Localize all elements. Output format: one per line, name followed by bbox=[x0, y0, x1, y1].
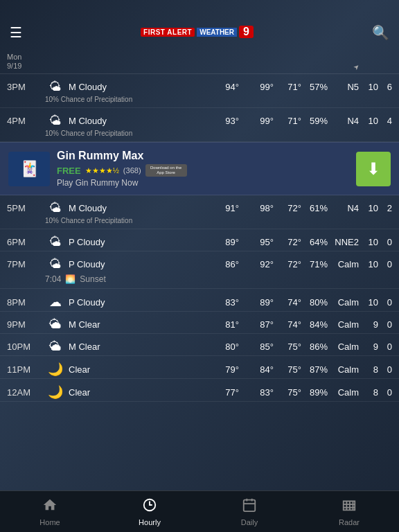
row-time: 10PM bbox=[7, 342, 45, 352]
row-uv: 0 bbox=[378, 237, 392, 247]
weather-icon: 🌤 bbox=[45, 80, 66, 94]
daily-icon bbox=[242, 497, 257, 513]
daily-tab-label: Daily bbox=[241, 518, 258, 526]
logo-first-alert: FIRST ALERT bbox=[141, 28, 195, 37]
row-wind: N4 bbox=[328, 116, 359, 126]
row-dew: 71° bbox=[274, 82, 301, 92]
weather-row: 5PM 🌤 M Cloudy 91° 98° 72° 61% N4 10 2 1… bbox=[0, 195, 399, 229]
row-main: 7PM 🌤 P Cloudy 86° 92° 72° 71% Calm 10 0 bbox=[7, 251, 392, 273]
row-main: 10PM 🌥 M Clear 80° 85° 75° 86% Calm 9 0 bbox=[7, 334, 392, 355]
weather-icon: 🌙 bbox=[45, 362, 66, 377]
row-wind: Calm bbox=[328, 259, 359, 269]
row-time: 5PM bbox=[7, 203, 45, 213]
radar-icon bbox=[342, 497, 357, 513]
row-uv: 0 bbox=[378, 387, 392, 398]
row-time: 7PM bbox=[7, 259, 45, 269]
logo-weather: WEATHER bbox=[197, 28, 237, 37]
row-time: 8PM bbox=[7, 297, 45, 308]
ad-meta: FREE ★★★★½ (368) Download on theApp Stor… bbox=[57, 164, 349, 177]
row-condition: P Cloudy bbox=[66, 259, 211, 269]
ad-rating: (368) bbox=[123, 166, 141, 175]
row-wind: Calm bbox=[328, 342, 359, 352]
search-icon[interactable]: 🔍 bbox=[372, 24, 389, 41]
row-feels: 85° bbox=[239, 342, 274, 352]
row-humidity: 57% bbox=[301, 82, 328, 92]
row-feels: 99° bbox=[239, 116, 274, 126]
row-dew: 74° bbox=[274, 319, 301, 330]
tab-home[interactable]: Home bbox=[0, 491, 100, 532]
row-uv: 2 bbox=[378, 203, 392, 213]
sunset-label: Sunset bbox=[80, 274, 105, 284]
row-time: 3PM bbox=[7, 82, 45, 92]
menu-icon[interactable]: ☰ bbox=[10, 24, 22, 41]
row-visibility: 10 bbox=[359, 259, 378, 269]
ad-stars: ★★★★½ bbox=[85, 166, 119, 175]
logo: FIRST ALERT WEATHER 9 bbox=[141, 26, 254, 39]
row-visibility: 10 bbox=[359, 82, 378, 92]
row-main: 9PM 🌥 M Clear 81° 87° 74° 84% Calm 9 0 bbox=[7, 312, 392, 333]
sunset-row: 7:04 🌅 Sunset bbox=[7, 273, 392, 288]
row-feels: 83° bbox=[239, 387, 274, 398]
weather-icon: 🌙 bbox=[45, 384, 66, 400]
row-dew: 74° bbox=[274, 297, 301, 308]
row-dew: 75° bbox=[274, 387, 301, 398]
row-time: 4PM bbox=[7, 116, 45, 126]
row-feels: 98° bbox=[239, 203, 274, 213]
row-condition: Clear bbox=[66, 364, 211, 375]
row-humidity: 89% bbox=[301, 387, 328, 398]
ad-cta: Play Gin Rummy Now bbox=[57, 178, 349, 188]
sunset-icon: 🌅 bbox=[65, 274, 76, 284]
row-humidity: 59% bbox=[301, 116, 328, 126]
wind-arrow-icon: ➤ bbox=[351, 62, 360, 71]
weather-icon: 🌤 bbox=[45, 235, 66, 249]
hourly-tab-label: Hourly bbox=[139, 518, 161, 526]
tab-daily[interactable]: Daily bbox=[200, 491, 299, 532]
row-uv: 0 bbox=[378, 342, 392, 352]
row-uv: 0 bbox=[378, 319, 392, 330]
row-condition: M Cloudy bbox=[66, 116, 211, 126]
row-main: 11PM 🌙 Clear 79° 84° 75° 87% Calm 8 0 bbox=[7, 356, 392, 378]
row-wind: Calm bbox=[328, 387, 359, 398]
home-icon bbox=[42, 497, 57, 513]
row-visibility: 8 bbox=[359, 364, 378, 375]
row-visibility: 9 bbox=[359, 319, 378, 330]
weather-row: 3PM 🌤 M Cloudy 94° 99° 71° 57% N5 10 6 1… bbox=[0, 74, 399, 108]
home-tab-label: Home bbox=[39, 518, 60, 526]
row-time: 9PM bbox=[7, 319, 45, 330]
row-temp: 83° bbox=[211, 297, 239, 308]
row-dew: 75° bbox=[274, 364, 301, 375]
app-store-badge[interactable]: Download on theApp Store bbox=[145, 164, 187, 177]
tab-bar: Home Hourly Daily Radar bbox=[0, 490, 399, 532]
row-temp: 79° bbox=[211, 364, 239, 375]
row-feels: 99° bbox=[239, 82, 274, 92]
status-bar bbox=[0, 0, 399, 15]
row-feels: 89° bbox=[239, 297, 274, 308]
row-uv: 0 bbox=[378, 259, 392, 269]
weather-row: 7PM 🌤 P Cloudy 86° 92° 72° 71% Calm 10 0… bbox=[0, 251, 399, 289]
weather-row: 6PM 🌤 P Cloudy 89° 95° 72° 64% NNE2 10 0 bbox=[0, 229, 399, 251]
row-visibility: 10 bbox=[359, 203, 378, 213]
row-main: 12AM 🌙 Clear 77° 83° 75° 89% Calm 8 0 bbox=[7, 379, 392, 401]
weather-icon: 🌤 bbox=[45, 257, 66, 272]
row-main: 6PM 🌤 P Cloudy 89° 95° 72° 64% NNE2 10 0 bbox=[7, 229, 392, 251]
row-condition: Clear bbox=[66, 387, 211, 398]
ad-image: 🃏 bbox=[8, 152, 50, 186]
tab-hourly[interactable]: Hourly bbox=[100, 491, 200, 532]
sunset-time: 7:04 bbox=[45, 274, 61, 284]
tab-radar[interactable]: Radar bbox=[299, 491, 399, 532]
row-wind: Calm bbox=[328, 364, 359, 375]
row-feels: 92° bbox=[239, 259, 274, 269]
row-feels: 95° bbox=[239, 237, 274, 247]
hourly-tab-icon bbox=[142, 497, 157, 516]
row-temp: 89° bbox=[211, 237, 239, 247]
ad-download-button[interactable]: ⬇ bbox=[356, 152, 391, 186]
row-dew: 72° bbox=[274, 237, 301, 247]
row-humidity: 87% bbox=[301, 364, 328, 375]
row-main: 4PM 🌤 M Cloudy 93° 99° 71° 59% N4 10 4 bbox=[7, 108, 392, 130]
row-dew: 71° bbox=[274, 116, 301, 126]
ad-banner[interactable]: 🃏 Gin Rummy Max FREE ★★★★½ (368) Downloa… bbox=[0, 142, 399, 195]
row-time: 12AM bbox=[7, 387, 45, 398]
radar-tab-icon bbox=[342, 497, 357, 516]
row-feels: 87° bbox=[239, 319, 274, 330]
row-wind: Calm bbox=[328, 297, 359, 308]
